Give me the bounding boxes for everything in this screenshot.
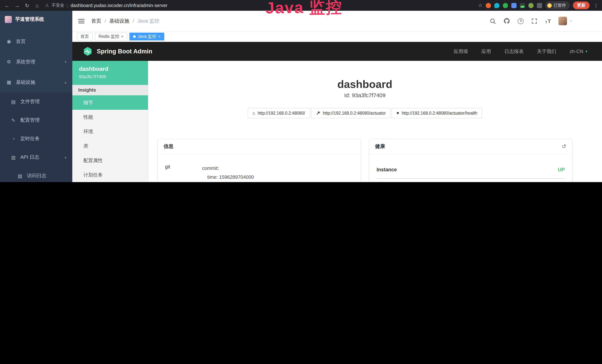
sba-brand[interactable]: Spring Boot Admin xyxy=(83,46,152,56)
page-subtitle: Id: 93a3fc7f7409 xyxy=(158,92,572,98)
sba-item-config-props[interactable]: 配置属性 xyxy=(72,153,148,168)
extension-green-icon[interactable] xyxy=(503,3,508,8)
sba-item-beans[interactable]: 类 xyxy=(72,139,148,153)
help-icon[interactable]: ? xyxy=(518,18,524,24)
actuator-url-link[interactable]: http://192.168.0.2:48080/actuator xyxy=(311,108,391,118)
github-icon[interactable] xyxy=(504,18,510,24)
info-card-title: 信息 xyxy=(158,139,361,154)
fullscreen-icon[interactable] xyxy=(532,18,538,24)
tab-label: 首页 xyxy=(80,33,89,39)
home-icon: ⌂ xyxy=(252,111,255,116)
sidebar-item-label: 首页 xyxy=(16,38,26,45)
breadcrumb-separator: / xyxy=(105,18,106,24)
status-badge: UP xyxy=(558,167,565,173)
edit-icon: ✎ xyxy=(10,117,16,123)
sidebar-item-infrastructure[interactable]: ▦ 基础设施 ▴ xyxy=(0,72,72,92)
breadcrumb: 首页 / 基础设施 / Java 监控 xyxy=(91,18,160,24)
sidebar-item-file-management[interactable]: ▤ 文件管理 xyxy=(0,92,72,111)
info-key: git xyxy=(165,164,202,182)
sba-sidebar: dashboard 93a3fc7f7409 Insights 细节 性能 环境… xyxy=(72,61,148,182)
tab-label: Java 监控 xyxy=(138,33,156,39)
health-url-link[interactable]: ♥ http://192.168.0.2:48080/actuator/heal… xyxy=(392,108,482,118)
app-title: 芋道管理系统 xyxy=(15,16,44,23)
infrastructure-submenu: ▤ 文件管理 ✎ 配置管理 ◔ 定时任务 ▥ API 日志 ▴ xyxy=(0,92,72,182)
sba-app: Spring Boot Admin 应用墙 应用 日志报表 关于我们 zh-CN… xyxy=(72,42,602,182)
info-row-git: git commit: time: 1596289704000 id: 27aa… xyxy=(165,154,353,182)
insights-items: 细节 性能 环境 类 配置属性 计划任务 xyxy=(72,95,148,182)
browser-menu-kebab-icon[interactable]: ⋮ xyxy=(594,3,599,8)
sidebar-item-system-management[interactable]: ⚙ 系统管理 ▾ xyxy=(0,52,72,72)
sba-item-details[interactable]: 细节 xyxy=(72,95,148,110)
breadcrumb-section[interactable]: 基础设施 xyxy=(109,18,129,24)
paused-badge[interactable]: 已暂停 xyxy=(546,1,570,9)
sba-item-scheduled-tasks[interactable]: 计划任务 xyxy=(72,168,148,182)
chevron-up-icon: ▴ xyxy=(65,155,66,159)
breadcrumb-home[interactable]: 首页 xyxy=(91,18,101,24)
sidebar-item-home[interactable]: ◉ 首页 xyxy=(0,31,72,52)
access-log-icon: ▧ xyxy=(17,173,23,179)
search-icon[interactable] xyxy=(490,18,496,24)
health-card: 健康 ↺ Instance UP xyxy=(369,139,572,182)
admin-sidebar: 芋道管理系统 ◉ 首页 ⚙ 系统管理 ▾ ▦ 基础设施 ▴ xyxy=(0,11,72,182)
font-size-icon[interactable]: TT xyxy=(545,18,551,24)
sidebar-item-scheduled-tasks[interactable]: ◔ 定时任务 xyxy=(0,129,72,148)
health-row-instance: Instance UP xyxy=(376,154,565,179)
locale-selector[interactable]: zh-CN ▾ xyxy=(570,49,587,54)
back-button[interactable]: ← xyxy=(4,2,10,8)
forward-button[interactable]: → xyxy=(14,2,20,8)
extension-switch-icon[interactable]: on xyxy=(520,3,525,8)
home-button[interactable]: ⌂ xyxy=(34,2,40,8)
nav-wallboard[interactable]: 应用墙 xyxy=(453,48,468,55)
sidebar-item-label: 访问日志 xyxy=(27,172,46,179)
instance-links: ⌂ http://192.168.0.2:48080/ http://192.1… xyxy=(158,108,572,118)
service-url-link[interactable]: ⌂ http://192.168.0.2:48080/ xyxy=(247,108,310,118)
tab-redis-monitor[interactable]: Redis 监控 × xyxy=(95,32,127,40)
nav-about[interactable]: 关于我们 xyxy=(537,48,556,55)
sidebar-item-label: API 日志 xyxy=(20,154,39,161)
instance-name: dashboard xyxy=(79,66,141,72)
close-icon[interactable]: × xyxy=(121,34,123,39)
extension-puzzle-icon[interactable] xyxy=(537,3,542,8)
tab-bar: 首页 Redis 监控 × Java 监控 × xyxy=(72,31,602,42)
user-avatar[interactable] xyxy=(559,17,567,25)
security-warning-icon[interactable]: ⚠ xyxy=(45,3,49,8)
tab-home[interactable]: 首页 xyxy=(77,32,93,40)
admin-menu: ◉ 首页 ⚙ 系统管理 ▾ ▦ 基础设施 ▴ ▤ 文件管理 xyxy=(0,31,72,182)
extension-fox-icon[interactable] xyxy=(486,3,491,8)
url-text[interactable]: dashboard.yudao.iocoder.cn/infra/admin-s… xyxy=(70,3,167,8)
log-icon: ▥ xyxy=(10,154,16,160)
avatar-caret-icon[interactable]: ▾ xyxy=(570,19,572,23)
annotation-text: Java 监控 xyxy=(266,0,343,16)
screen: ← → ↻ ⌂ ⚠ 不安全 | dashboard.yudao.iocoder.… xyxy=(0,0,602,182)
file-icon: ▤ xyxy=(10,99,16,104)
nav-journal[interactable]: 日志报表 xyxy=(504,48,524,55)
sidebar-item-label: 基础设施 xyxy=(16,79,35,86)
bookmark-star-icon[interactable]: ☆ xyxy=(478,3,483,8)
chevron-up-icon: ▴ xyxy=(65,80,66,84)
emoji-icon xyxy=(547,3,552,8)
update-button[interactable]: 更新 xyxy=(573,1,590,9)
nav-applications[interactable]: 应用 xyxy=(481,48,491,55)
close-icon[interactable]: × xyxy=(158,34,161,39)
link-label: http://192.168.0.2:48080/ xyxy=(258,111,305,116)
address-bar[interactable]: ⚠ 不安全 | dashboard.yudao.iocoder.cn/infra… xyxy=(45,3,475,8)
extension-drop-icon[interactable] xyxy=(494,3,499,8)
sidebar-group-insights[interactable]: Insights xyxy=(72,85,148,95)
app-logo[interactable]: 芋道管理系统 xyxy=(0,13,72,25)
sidebar-toggle-icon[interactable] xyxy=(78,19,85,23)
sba-item-environment[interactable]: 环境 xyxy=(72,124,148,139)
info-card: 信息 git commit: time: 1596289704000 id: 2… xyxy=(158,139,361,182)
instance-header[interactable]: dashboard 93a3fc7f7409 xyxy=(72,61,148,85)
history-icon[interactable]: ↺ xyxy=(562,143,566,150)
tab-java-monitor[interactable]: Java 监控 × xyxy=(129,32,164,40)
extension-grid-icon[interactable] xyxy=(511,3,516,8)
page-title: dashboard xyxy=(158,78,572,91)
sidebar-item-api-logs[interactable]: ▥ API 日志 ▴ xyxy=(0,148,72,167)
sba-item-metrics[interactable]: 性能 xyxy=(72,110,148,124)
extension-leaf-icon[interactable] xyxy=(528,3,534,8)
reload-button[interactable]: ↻ xyxy=(24,2,30,8)
sidebar-item-access-logs[interactable]: ▧ 访问日志 xyxy=(0,167,72,182)
tab-label: Redis 监控 xyxy=(99,33,119,39)
sidebar-item-config-management[interactable]: ✎ 配置管理 xyxy=(0,111,72,129)
sba-main: dashboard Id: 93a3fc7f7409 ⌂ http://192.… xyxy=(148,61,602,182)
